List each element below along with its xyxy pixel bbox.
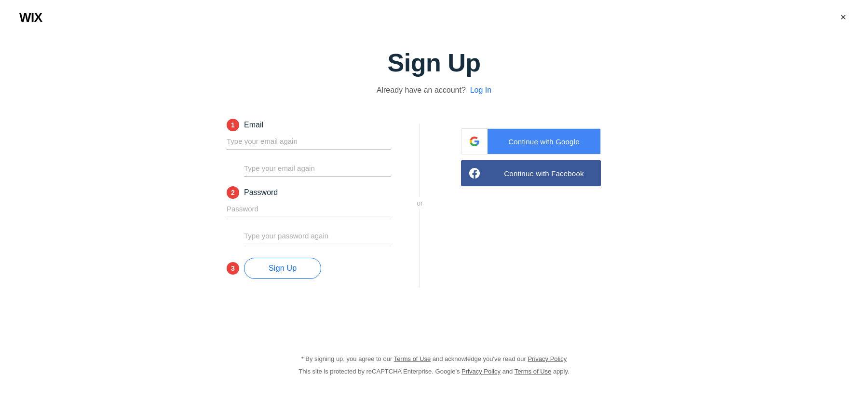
main-content: Sign Up Already have an account? Log In … xyxy=(0,0,868,288)
footer: * By signing up, you agree to our Terms … xyxy=(0,353,868,378)
google-icon xyxy=(469,136,480,147)
footer-line-2: This site is protected by reCAPTCHA Ente… xyxy=(0,365,868,378)
wix-logo: WIX xyxy=(19,10,42,25)
form-section: 1 Email 2 Password xyxy=(227,119,420,279)
or-label: or xyxy=(417,197,422,209)
email-confirm-group xyxy=(227,159,391,177)
close-button[interactable]: × xyxy=(838,10,849,25)
facebook-signin-button[interactable]: Continue with Facebook xyxy=(461,160,601,186)
footer-line-1: * By signing up, you agree to our Terms … xyxy=(0,353,868,365)
step-2-badge: 2 xyxy=(227,186,239,199)
password-group: 2 Password xyxy=(227,186,391,217)
subtitle: Already have an account? Log In xyxy=(377,86,491,95)
password-label: Password xyxy=(244,188,278,197)
signup-btn-row: 3 Sign Up xyxy=(244,258,391,279)
email-label: Email xyxy=(244,121,263,129)
login-link[interactable]: Log In xyxy=(470,86,491,94)
page-title: Sign Up xyxy=(388,48,481,77)
facebook-button-label: Continue with Facebook xyxy=(488,161,600,186)
google-button-label: Continue with Google xyxy=(488,129,600,154)
signup-button[interactable]: Sign Up xyxy=(244,258,321,279)
email-input[interactable] xyxy=(227,132,391,150)
password-label-row: 2 Password xyxy=(227,186,391,199)
step-1-badge: 1 xyxy=(227,119,239,131)
google-icon-box xyxy=(461,129,488,154)
social-section: Continue with Google Continue with Faceb… xyxy=(420,119,613,186)
password-input[interactable] xyxy=(227,200,391,217)
email-label-row: 1 Email xyxy=(227,119,391,131)
terms-of-use-link-2[interactable]: Terms of Use xyxy=(515,368,552,375)
facebook-icon xyxy=(469,168,480,179)
divider-container: or xyxy=(420,119,420,288)
password-confirm-input[interactable] xyxy=(244,227,391,244)
header: WIX × xyxy=(19,10,849,25)
privacy-policy-link[interactable]: Privacy Policy xyxy=(528,355,567,362)
email-group: 1 Email xyxy=(227,119,391,150)
step-3-badge: 3 xyxy=(227,262,239,275)
google-signin-button[interactable]: Continue with Google xyxy=(461,128,601,154)
email-confirm-input[interactable] xyxy=(244,159,391,177)
privacy-policy-link-2[interactable]: Privacy Policy xyxy=(461,368,501,375)
terms-of-use-link[interactable]: Terms of Use xyxy=(394,355,431,362)
password-confirm-group xyxy=(227,227,391,244)
content-row: 1 Email 2 Password xyxy=(227,119,641,288)
facebook-icon-box xyxy=(461,161,488,186)
subtitle-text: Already have an account? xyxy=(377,86,466,94)
